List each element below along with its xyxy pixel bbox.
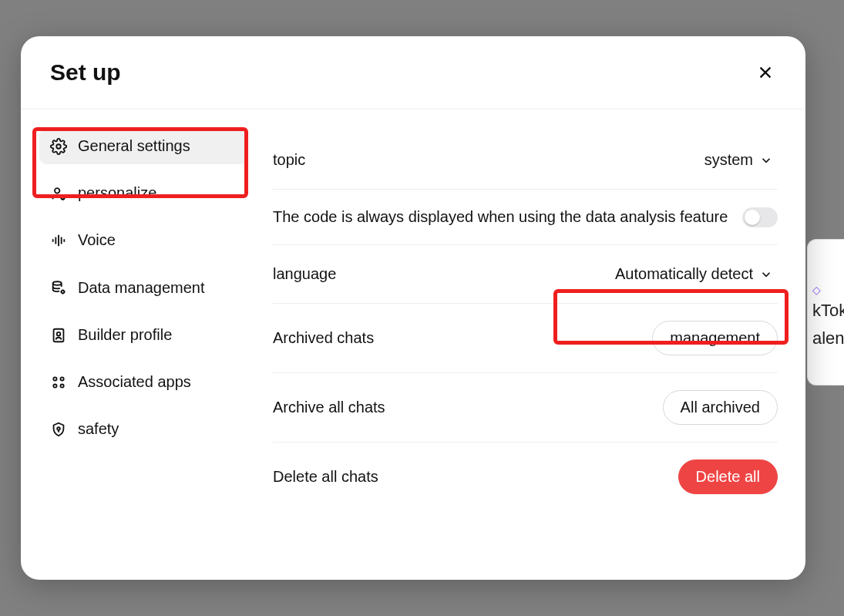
- setting-label: Archive all chats: [273, 397, 385, 418]
- settings-sidebar: General settings personalize Voice Data …: [21, 109, 262, 580]
- svg-point-7: [53, 377, 56, 380]
- svg-point-6: [57, 332, 61, 335]
- setting-label: Archived chats: [273, 328, 374, 348]
- svg-point-11: [57, 427, 60, 430]
- svg-point-10: [60, 384, 63, 387]
- voice-icon: [50, 232, 67, 249]
- topic-select[interactable]: system: [700, 148, 778, 172]
- setting-label: The code is always displayed when using …: [273, 207, 728, 227]
- background-text-line-2: alend: [812, 325, 841, 352]
- gear-icon: [50, 138, 67, 155]
- svg-point-0: [56, 144, 61, 149]
- sidebar-item-label: Data management: [78, 278, 205, 297]
- svg-point-8: [60, 377, 63, 380]
- setting-label: topic: [273, 150, 305, 170]
- delete-all-button[interactable]: Delete all: [678, 459, 778, 494]
- modal-title: Set up: [50, 59, 121, 86]
- code-display-toggle[interactable]: [742, 207, 778, 227]
- sidebar-item-label: Voice: [78, 231, 116, 249]
- close-icon: [757, 64, 774, 81]
- sidebar-item-label: safety: [78, 420, 119, 438]
- sidebar-item-label: Associated apps: [78, 373, 191, 391]
- sidebar-item-personalize[interactable]: personalize: [39, 175, 248, 211]
- settings-modal: Set up General settings personalize: [21, 36, 805, 580]
- settings-panel-general: topic system The code is always displaye…: [262, 109, 805, 580]
- svg-point-4: [62, 291, 65, 294]
- archived-chats-manage-button[interactable]: management: [652, 321, 778, 355]
- modal-body: General settings personalize Voice Data …: [21, 109, 805, 580]
- archive-all-button[interactable]: All archived: [663, 390, 778, 425]
- sidebar-item-builder-profile[interactable]: Builder profile: [39, 317, 248, 353]
- setting-row-delete-all: Delete all chats Delete all: [273, 443, 778, 511]
- svg-point-3: [53, 281, 62, 285]
- sidebar-item-general-settings[interactable]: General settings: [39, 128, 248, 164]
- sidebar-item-data-management[interactable]: Data management: [39, 269, 248, 306]
- background-card-snippet: ◇ kTok alend: [807, 239, 844, 385]
- svg-point-1: [55, 188, 59, 193]
- chevron-down-icon: [759, 153, 773, 167]
- select-value: system: [704, 151, 753, 169]
- background-text-line-1: kTok: [812, 297, 841, 325]
- sidebar-item-voice[interactable]: Voice: [39, 222, 248, 258]
- sidebar-item-associated-apps[interactable]: Associated apps: [39, 364, 248, 400]
- setting-row-topic: topic system: [273, 131, 778, 190]
- sidebar-item-label: Builder profile: [78, 326, 172, 344]
- sidebar-item-label: personalize: [78, 184, 156, 202]
- chevron-down-icon: [759, 268, 773, 281]
- person-settings-icon: [50, 185, 67, 202]
- background-icon-placeholder: ◇: [812, 283, 841, 297]
- setting-row-language: language Automatically detect: [273, 245, 778, 304]
- language-select[interactable]: Automatically detect: [610, 262, 778, 286]
- modal-header: Set up: [21, 36, 805, 109]
- setting-row-code-display: The code is always displayed when using …: [273, 190, 778, 245]
- sidebar-item-label: General settings: [78, 137, 190, 155]
- svg-point-2: [61, 196, 64, 199]
- shield-icon: [50, 421, 67, 438]
- close-button[interactable]: [755, 62, 776, 83]
- profile-card-icon: [50, 327, 67, 344]
- setting-row-archive-all: Archive all chats All archived: [273, 373, 778, 443]
- select-value: Automatically detect: [615, 265, 753, 283]
- setting-label: Delete all chats: [273, 466, 378, 487]
- setting-row-archived-chats: Archived chats management: [273, 304, 778, 373]
- database-icon: [50, 279, 67, 296]
- svg-point-9: [53, 384, 56, 387]
- setting-label: language: [273, 264, 336, 284]
- apps-grid-icon: [50, 374, 67, 391]
- sidebar-item-safety[interactable]: safety: [39, 411, 248, 447]
